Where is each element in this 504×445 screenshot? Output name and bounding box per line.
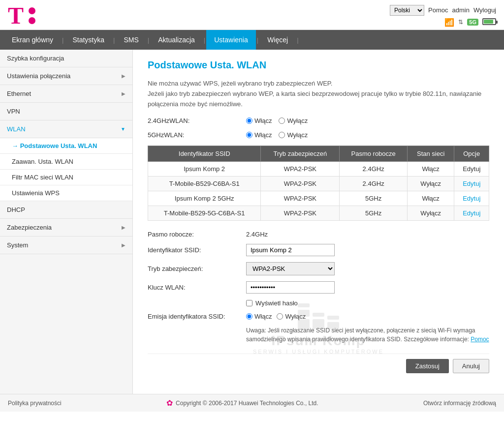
wlan-24-off-radio[interactable] xyxy=(279,118,285,124)
signal-strength-icon: 📶 xyxy=(444,18,454,27)
wlan-24-on-label[interactable]: Włącz xyxy=(246,117,272,124)
cell-band: 5GHz xyxy=(340,206,407,221)
security-select[interactable]: WPA2-PSK WPA-PSK WEP Brak xyxy=(246,262,335,275)
edit-link[interactable]: Edytuj xyxy=(463,195,480,202)
ssid-input[interactable] xyxy=(246,244,335,256)
col-status: Stan sieci xyxy=(407,146,454,162)
top-right: Polski English Pomoc admin Wyloguj 📶 ⇅ 5… xyxy=(390,5,496,27)
cell-status: Wyłącz xyxy=(407,206,454,221)
sidebar-subitem-basic-wlan[interactable]: Podstawowe Usta. WLAN xyxy=(0,138,132,154)
wlan-24-off-text: Wyłącz xyxy=(287,117,308,124)
wlan-24-off-label[interactable]: Wyłącz xyxy=(279,117,308,124)
key-label: Klucz WLAN: xyxy=(148,284,246,291)
sidebar-item-connection-settings[interactable]: Ustawienia połączenia ▶ xyxy=(0,67,132,85)
sidebar-wlan-sub: Podstawowe Usta. WLAN Zaawan. Usta. WLAN… xyxy=(0,138,132,201)
apply-button[interactable]: Zastosuj xyxy=(406,359,449,373)
sidebar-subitem-wps[interactable]: Ustawienia WPS xyxy=(0,185,132,201)
sidebar-item-dhcp[interactable]: DHCP xyxy=(0,201,132,219)
cell-band: 2.4GHz xyxy=(340,162,407,177)
broadcast-off-radio[interactable] xyxy=(277,313,283,320)
band-label: Pasmo robocze: xyxy=(148,231,246,238)
chevron-right-icon: ▶ xyxy=(122,91,126,96)
broadcast-on-radio[interactable] xyxy=(246,313,252,320)
note-link[interactable]: Pomoc xyxy=(471,336,489,343)
nav-sms[interactable]: SMS xyxy=(116,30,146,50)
col-ssid: Identyfikator SSID xyxy=(148,146,261,162)
broadcast-off-text: Wyłącz xyxy=(285,313,306,320)
cell-status: Wyłącz xyxy=(407,177,454,191)
help-link[interactable]: Pomoc xyxy=(428,6,448,14)
cell-security: WPA2-PSK xyxy=(261,177,340,191)
sidebar: Szybka konfiguracja Ustawienia połączeni… xyxy=(0,50,133,394)
language-select[interactable]: Polski English xyxy=(390,5,424,16)
wlan-5-on-label[interactable]: Włącz xyxy=(246,131,272,139)
nav-bar: Ekran główny | Statystyka | SMS | Aktual… xyxy=(0,30,504,50)
wlan-5-off-text: Wyłącz xyxy=(287,131,308,139)
logo-dot-2 xyxy=(29,17,35,24)
wlan-24-on-radio[interactable] xyxy=(246,118,252,124)
ssid-broadcast-radio-group: Włącz Wyłącz xyxy=(246,313,306,320)
cancel-button[interactable]: Anuluj xyxy=(453,359,489,373)
wlan-5-on-radio[interactable] xyxy=(246,132,252,138)
sidebar-item-security[interactable]: Zabezpieczenia ▶ xyxy=(0,219,132,237)
broadcast-on-label[interactable]: Włącz xyxy=(246,313,272,320)
sidebar-item-vpn[interactable]: VPN xyxy=(0,103,132,120)
nav-stats[interactable]: Statystyka xyxy=(64,30,112,50)
wlan-24-row: 2.4GHzWLAN: Włącz Wyłącz xyxy=(148,117,489,124)
nav-update[interactable]: Aktualizacja xyxy=(150,30,203,50)
wlan-24-radio-group: Włącz Wyłącz xyxy=(246,117,308,124)
top-bar: T Polski English Pomoc admin Wyloguj 📶 ⇅… xyxy=(0,0,504,30)
sidebar-item-label: Szybka konfiguracja xyxy=(7,55,64,62)
cell-option[interactable]: Edytuj xyxy=(454,206,489,221)
nav-more[interactable]: Więcej xyxy=(259,30,296,50)
nav-settings[interactable]: Ustawienia xyxy=(206,30,255,50)
table-row: Ipsum Komp 2 WPA2-PSK 2.4GHz Włącz Edytu… xyxy=(148,162,489,177)
cell-option[interactable]: Edytuj xyxy=(454,191,489,206)
ssid-input-wrap xyxy=(246,244,335,256)
show-password-row: Wyświetl hasło xyxy=(246,299,489,307)
main-layout: Szybka konfiguracja Ustawienia połączeni… xyxy=(0,50,504,394)
bottom-form: Pasmo robocze: 2.4GHz Identyfikator SSID… xyxy=(148,231,489,344)
chevron-right-icon: ▶ xyxy=(122,73,126,79)
footer-copyright: ✿ Copyright © 2006-2017 Huawei Technolog… xyxy=(166,398,318,408)
ssid-row: Identyfikator SSID: xyxy=(148,244,489,256)
info-line-1: Nie można używać WPS, jeżeli wybrano try… xyxy=(148,79,489,89)
wlan-5-off-label[interactable]: Wyłącz xyxy=(279,131,308,139)
key-input[interactable] xyxy=(246,281,335,294)
show-password-label[interactable]: Wyświetl hasło xyxy=(255,299,298,307)
show-password-checkbox[interactable] xyxy=(246,300,252,306)
sidebar-item-label: WLAN xyxy=(7,125,26,133)
logo: T xyxy=(8,4,35,28)
footer: Polityka prywatności ✿ Copyright © 2006-… xyxy=(0,394,504,412)
note-box: Uwaga: Jeśli rozgłaszanie SSID sieci jes… xyxy=(246,326,489,344)
sidebar-item-label: System xyxy=(7,241,28,249)
broadcast-off-label[interactable]: Wyłącz xyxy=(277,313,306,320)
wlan-5-label: 5GHzWLAN: xyxy=(148,131,246,139)
cell-security: WPA2-PSK xyxy=(261,191,340,206)
wlan-5-row: 5GHzWLAN: Włącz Wyłącz xyxy=(148,131,489,139)
privacy-link[interactable]: Polityka prywatności xyxy=(8,400,62,407)
wlan-5-off-radio[interactable] xyxy=(279,132,285,138)
cell-security: WPA2-PSK xyxy=(261,162,340,177)
sidebar-item-label: Ustawienia połączenia xyxy=(7,72,70,80)
sidebar-subitem-mac-filter[interactable]: Filtr MAC sieci WLAN xyxy=(0,170,132,185)
cell-option[interactable]: Edytuj xyxy=(454,177,489,191)
top-links: Polski English Pomoc admin Wyloguj xyxy=(390,5,496,16)
logout-link[interactable]: Wyloguj xyxy=(473,6,496,14)
source-link[interactable]: Otwórz informację źródłową xyxy=(423,400,496,407)
ssid-broadcast-label: Emisja identyfikatora SSID: xyxy=(148,313,246,320)
sidebar-item-system[interactable]: System ▶ xyxy=(0,237,132,254)
nav-home[interactable]: Ekran główny xyxy=(4,30,61,50)
logo-dot-1 xyxy=(29,7,35,14)
sidebar-subitem-advanced-wlan[interactable]: Zaawan. Usta. WLAN xyxy=(0,154,132,170)
edit-link[interactable]: Edytuj xyxy=(463,180,480,187)
sidebar-item-label: VPN xyxy=(7,108,20,115)
sidebar-item-quick-config[interactable]: Szybka konfiguracja xyxy=(0,50,132,67)
content-area: Podstawowe Usta. WLAN Nie można używać W… xyxy=(133,50,504,394)
chevron-right-icon: ▶ xyxy=(122,242,126,248)
cell-band: 2.4GHz xyxy=(340,177,407,191)
edit-link[interactable]: Edytuj xyxy=(463,209,480,217)
sidebar-item-wlan[interactable]: WLAN ▼ xyxy=(0,120,132,138)
sidebar-item-ethernet[interactable]: Ethernet ▶ xyxy=(0,85,132,103)
info-box: Nie można używać WPS, jeżeli wybrano try… xyxy=(148,79,489,109)
